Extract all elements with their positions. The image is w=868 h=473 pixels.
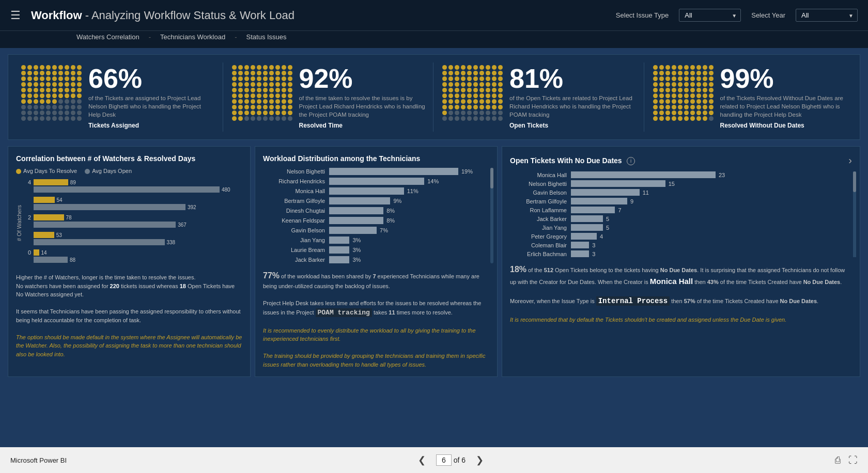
gray-bar-4	[34, 257, 68, 263]
dot-94	[678, 116, 683, 121]
dot-72	[244, 105, 249, 109]
dot-73	[461, 105, 466, 109]
dot-93	[40, 116, 44, 121]
nav-watchers-correlation[interactable]: Watchers Correlation	[72, 31, 144, 43]
dot-12	[455, 71, 459, 75]
share-icon[interactable]: ⎙	[835, 455, 841, 466]
issue-type-select[interactable]: All	[679, 9, 741, 22]
page-info: 6 of 6	[436, 456, 466, 464]
wb-label-7: Jian Yang	[263, 237, 325, 243]
dot-23	[672, 76, 676, 81]
kpi-row: 66%of the Tickets are assigned to Projec…	[8, 54, 860, 140]
dot-64	[467, 99, 472, 104]
dot-1	[238, 65, 243, 70]
dot-0	[21, 65, 26, 70]
dot-61	[238, 99, 243, 104]
info-icon[interactable]: i	[627, 157, 635, 165]
nav-status-issues[interactable]: Status Issues	[242, 31, 291, 43]
corr-group-1: 54392	[25, 197, 242, 210]
dot-grid-0	[21, 65, 82, 121]
dot-52	[455, 93, 459, 98]
filter2-wrapper[interactable]: All	[796, 9, 858, 22]
hamburger-icon[interactable]: ☰	[10, 9, 21, 22]
prev-page-button[interactable]: ❮	[414, 452, 430, 468]
dot-70	[21, 105, 26, 109]
dot-81	[238, 111, 243, 115]
ot-next-arrow[interactable]: ›	[848, 154, 852, 166]
filter-area: Select Issue Type All Select Year All	[616, 9, 858, 22]
dot-27	[65, 76, 69, 81]
dot-5	[263, 65, 268, 70]
otb-scrollbar-thumb[interactable]	[853, 171, 856, 192]
dot-32	[34, 82, 38, 87]
fullscreen-icon[interactable]: ⛶	[848, 455, 858, 466]
wb-bar-4	[329, 207, 383, 214]
dot-grid-1	[232, 65, 293, 121]
dot-20	[653, 76, 658, 81]
dot-80	[232, 111, 237, 115]
wb-scrollbar[interactable]	[490, 168, 493, 263]
dot-97	[486, 116, 490, 121]
dot-69	[77, 99, 82, 104]
dot-98	[71, 116, 75, 121]
bottom-icons: ⎙ ⛶	[835, 455, 858, 466]
dot-76	[269, 105, 274, 109]
otb-val-2: 11	[643, 190, 649, 196]
workload-bars: Nelson Bighetti19%Richard Hendricks14%Mo…	[263, 168, 489, 263]
dot-63	[672, 99, 676, 104]
gray-bar-row-3: 338	[25, 239, 242, 245]
gray-bar-3	[34, 239, 165, 245]
dot-68	[71, 99, 75, 104]
dot-95	[684, 116, 689, 121]
wb-scrollbar-thumb[interactable]	[490, 168, 493, 188]
dot-16	[690, 71, 695, 75]
dot-42	[665, 88, 670, 92]
dot-56	[58, 93, 63, 98]
otb-bar-8	[571, 242, 589, 248]
wb-val-7: 3%	[352, 237, 361, 243]
gold-bar-row-3: 53	[25, 232, 242, 238]
dot-15	[473, 71, 478, 75]
dot-69	[498, 99, 503, 104]
dot-26	[479, 76, 484, 81]
year-select[interactable]: All	[796, 9, 858, 22]
dot-71	[238, 105, 243, 109]
filter2-label: Select Year	[751, 11, 785, 19]
dot-11	[238, 71, 243, 75]
kpi-desc-1: of the time taken to resolve the issues …	[299, 94, 426, 119]
gray-val-2: 367	[178, 222, 187, 228]
dot-88	[71, 111, 75, 115]
kpi-label-3: Resolved Without Due Dates	[720, 122, 847, 129]
dot-42	[244, 88, 249, 92]
otb-scrollbar[interactable]	[853, 171, 856, 257]
dot-6	[58, 65, 63, 70]
dot-37	[65, 82, 69, 87]
kpi-percent-0: 66%	[88, 65, 215, 92]
dot-54	[46, 93, 51, 98]
dot-77	[275, 105, 280, 109]
dot-10	[232, 71, 237, 75]
gray-bar-row-4: 88	[25, 257, 242, 263]
wb-val-5: 8%	[386, 217, 395, 224]
wb-row-9: Jack Barker3%	[263, 256, 489, 263]
dot-93	[672, 116, 676, 121]
dot-36	[58, 82, 63, 87]
dot-28	[492, 76, 497, 81]
dot-31	[27, 82, 32, 87]
current-page[interactable]: 6	[436, 454, 452, 466]
dot-73	[672, 105, 676, 109]
dot-58	[282, 93, 286, 98]
dot-76	[690, 105, 695, 109]
dot-95	[52, 116, 57, 121]
dot-52	[244, 93, 249, 98]
filter1-wrapper[interactable]: All	[679, 9, 741, 22]
dot-83	[251, 111, 255, 115]
nav-technicians-workload[interactable]: Technicians Workload	[156, 31, 229, 43]
dot-37	[486, 82, 490, 87]
next-page-button[interactable]: ❯	[472, 452, 488, 468]
legend-gold: Avg Days To Resolve	[16, 168, 77, 174]
dot-39	[709, 82, 714, 87]
dot-38	[492, 82, 497, 87]
dot-70	[232, 105, 237, 109]
wb-val-9: 3%	[352, 257, 361, 263]
